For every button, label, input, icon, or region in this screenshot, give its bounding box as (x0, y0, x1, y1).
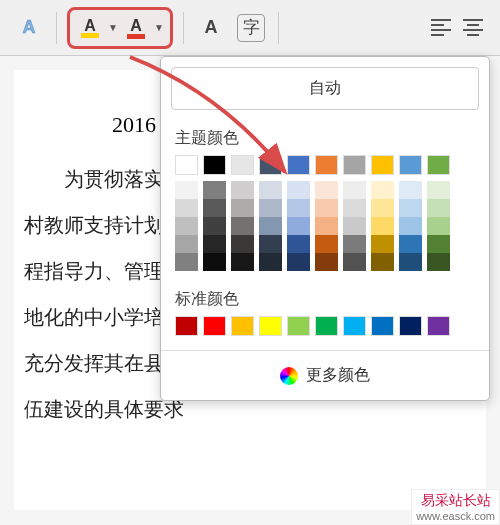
highlight-color-button[interactable]: A ▼ (74, 12, 120, 44)
color-swatch[interactable] (287, 235, 310, 253)
change-case-button[interactable]: A (194, 11, 228, 45)
color-swatch[interactable] (259, 199, 282, 217)
align-center-button[interactable] (458, 13, 488, 43)
color-swatch[interactable] (203, 181, 226, 199)
color-swatch[interactable] (427, 217, 450, 235)
color-swatch[interactable] (315, 253, 338, 271)
color-swatch[interactable] (287, 199, 310, 217)
color-swatch[interactable] (175, 253, 198, 271)
color-swatch[interactable] (315, 155, 338, 175)
color-swatch[interactable] (259, 155, 282, 175)
highlight-dropdown[interactable]: ▼ (106, 12, 120, 44)
paragraph-align-group (426, 13, 488, 43)
color-swatch[interactable] (259, 217, 282, 235)
color-swatch[interactable] (287, 155, 310, 175)
color-swatch[interactable] (175, 181, 198, 199)
color-swatch[interactable] (371, 316, 394, 336)
color-swatch[interactable] (343, 199, 366, 217)
more-colors-button[interactable]: 更多颜色 (161, 350, 489, 400)
format-toolbar: A A ▼ A ▼ A 字 (0, 0, 500, 56)
color-swatch[interactable] (399, 316, 422, 336)
font-color-dropdown[interactable]: ▼ (152, 12, 166, 44)
color-swatch[interactable] (175, 316, 198, 336)
color-swatch[interactable] (427, 199, 450, 217)
highlight-icon: A (84, 17, 96, 35)
color-swatch[interactable] (203, 253, 226, 271)
font-color-button[interactable]: A ▼ (120, 12, 166, 44)
color-swatch[interactable] (399, 235, 422, 253)
color-swatch[interactable] (231, 181, 254, 199)
color-swatch[interactable] (427, 155, 450, 175)
color-swatch[interactable] (287, 217, 310, 235)
color-swatch[interactable] (427, 316, 450, 336)
toolbar-divider (56, 12, 57, 44)
color-swatch[interactable] (343, 253, 366, 271)
color-swatch[interactable] (203, 199, 226, 217)
color-swatch[interactable] (315, 181, 338, 199)
color-swatch[interactable] (343, 235, 366, 253)
toolbar-divider (278, 12, 279, 44)
color-swatch[interactable] (427, 253, 450, 271)
color-swatch[interactable] (371, 235, 394, 253)
color-swatch[interactable] (203, 155, 226, 175)
color-swatch[interactable] (371, 217, 394, 235)
color-swatch[interactable] (371, 155, 394, 175)
color-swatch[interactable] (231, 253, 254, 271)
color-swatch[interactable] (175, 217, 198, 235)
align-line-icon (467, 34, 479, 36)
auto-color-button[interactable]: 自动 (171, 67, 479, 110)
align-line-icon (463, 29, 483, 31)
color-swatch[interactable] (399, 253, 422, 271)
watermark-en: www.easck.com (416, 510, 495, 522)
shade-row (175, 217, 475, 235)
color-swatch[interactable] (371, 199, 394, 217)
color-swatch[interactable] (343, 155, 366, 175)
more-colors-label: 更多颜色 (306, 365, 370, 386)
color-swatch[interactable] (315, 217, 338, 235)
color-swatch[interactable] (259, 253, 282, 271)
color-swatch[interactable] (175, 235, 198, 253)
color-swatch[interactable] (287, 253, 310, 271)
align-line-icon (431, 19, 451, 21)
color-swatch[interactable] (231, 199, 254, 217)
font-color-icon: A (130, 17, 142, 35)
color-swatch[interactable] (399, 217, 422, 235)
color-swatch[interactable] (175, 199, 198, 217)
color-swatch[interactable] (259, 181, 282, 199)
color-swatch[interactable] (287, 316, 310, 336)
color-swatch[interactable] (371, 181, 394, 199)
color-swatch[interactable] (343, 316, 366, 336)
color-swatch[interactable] (315, 235, 338, 253)
color-swatch[interactable] (231, 235, 254, 253)
color-swatch[interactable] (315, 316, 338, 336)
shade-row (175, 235, 475, 253)
align-line-icon (431, 29, 451, 31)
color-swatch[interactable] (231, 217, 254, 235)
color-swatch[interactable] (231, 155, 254, 175)
color-swatch[interactable] (231, 316, 254, 336)
color-swatch[interactable] (399, 199, 422, 217)
color-swatch[interactable] (427, 181, 450, 199)
color-swatch[interactable] (287, 181, 310, 199)
theme-shade-grid (161, 181, 489, 281)
color-swatch[interactable] (399, 181, 422, 199)
color-swatch[interactable] (371, 253, 394, 271)
color-swatch[interactable] (259, 316, 282, 336)
color-swatch[interactable] (343, 217, 366, 235)
color-swatch[interactable] (203, 217, 226, 235)
change-case-icon: A (205, 17, 218, 38)
color-swatch[interactable] (259, 235, 282, 253)
color-swatch[interactable] (399, 155, 422, 175)
color-swatch[interactable] (203, 235, 226, 253)
align-line-icon (467, 24, 479, 26)
char-format-button[interactable]: 字 (234, 11, 268, 45)
text-effects-button[interactable]: A (12, 11, 46, 45)
color-swatch[interactable] (427, 235, 450, 253)
color-swatch[interactable] (175, 155, 198, 175)
watermark: 易采站长站 www.easck.com (411, 489, 500, 525)
align-left-button[interactable] (426, 13, 456, 43)
color-swatch[interactable] (203, 316, 226, 336)
color-swatch[interactable] (343, 181, 366, 199)
standard-color-row (161, 316, 489, 350)
color-swatch[interactable] (315, 199, 338, 217)
